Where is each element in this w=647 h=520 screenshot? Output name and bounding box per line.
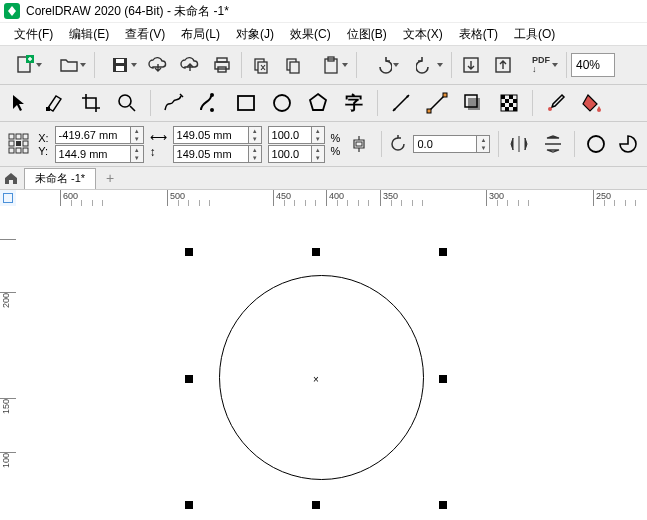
mirror-h-button[interactable] xyxy=(507,130,533,158)
cloud-save-button[interactable] xyxy=(175,50,205,80)
scale-x-input[interactable]: 100.0 xyxy=(268,126,312,144)
selection-handle[interactable] xyxy=(439,248,447,256)
publish-pdf-button[interactable]: PDF↓ xyxy=(520,50,562,80)
y-input[interactable]: 144.9 mm xyxy=(55,145,131,163)
ruler-vertical[interactable]: 20015010050 xyxy=(0,206,17,520)
svg-rect-3 xyxy=(116,59,124,63)
lock-ratio-button[interactable] xyxy=(346,130,372,158)
svg-point-35 xyxy=(548,107,552,111)
menu-effect[interactable]: 效果(C) xyxy=(284,24,337,45)
artistic-media-tool[interactable] xyxy=(195,89,225,117)
svg-rect-4 xyxy=(116,66,124,71)
open-button[interactable] xyxy=(48,50,90,80)
w-spin[interactable]: ▲▼ xyxy=(249,126,262,144)
svg-rect-42 xyxy=(9,148,14,153)
selection-handle[interactable] xyxy=(312,248,320,256)
home-tab-icon[interactable] xyxy=(0,167,22,189)
object-origin-icon[interactable] xyxy=(6,130,32,158)
selection-handle[interactable] xyxy=(185,248,193,256)
app-icon xyxy=(4,3,20,19)
toolbox: 字 xyxy=(0,85,647,122)
separator xyxy=(566,52,567,78)
fill-tool[interactable] xyxy=(577,89,607,117)
svg-rect-11 xyxy=(290,62,299,73)
sx-spin[interactable]: ▲▼ xyxy=(312,126,325,144)
menu-edit[interactable]: 编辑(E) xyxy=(63,24,115,45)
new-button[interactable] xyxy=(4,50,46,80)
drop-shadow-tool[interactable] xyxy=(458,89,488,117)
menu-object[interactable]: 对象(J) xyxy=(230,24,280,45)
y-spin[interactable]: ▲▼ xyxy=(131,145,144,163)
zoom-level[interactable]: 40% xyxy=(571,53,615,77)
svg-point-46 xyxy=(588,136,604,152)
document-tab-label: 未命名 -1* xyxy=(35,171,85,186)
eyedropper-tool[interactable] xyxy=(541,89,571,117)
menu-bitmap[interactable]: 位图(B) xyxy=(341,24,393,45)
selection-handle[interactable] xyxy=(185,501,193,509)
save-button[interactable] xyxy=(99,50,141,80)
menu-text[interactable]: 文本(X) xyxy=(397,24,449,45)
workspace: 600500450400350300250 20015010050 × xyxy=(0,190,647,520)
paste-button[interactable] xyxy=(310,50,352,80)
ruler-origin[interactable] xyxy=(0,190,17,207)
svg-rect-31 xyxy=(501,103,505,107)
menu-view[interactable]: 查看(V) xyxy=(119,24,171,45)
ellipse-tool[interactable] xyxy=(267,89,297,117)
selection-handle[interactable] xyxy=(185,375,193,383)
mirror-v-button[interactable] xyxy=(540,130,566,158)
rotation-input[interactable]: 0.0 xyxy=(413,135,477,153)
menu-layout[interactable]: 布局(L) xyxy=(175,24,226,45)
add-tab-button[interactable]: + xyxy=(100,168,120,188)
selection-handle[interactable] xyxy=(439,375,447,383)
rot-spin[interactable]: ▲▼ xyxy=(477,135,490,153)
redo-button[interactable] xyxy=(405,50,447,80)
connector-tool[interactable] xyxy=(422,89,452,117)
export-button[interactable] xyxy=(488,50,518,80)
import-button[interactable] xyxy=(456,50,486,80)
zoom-tool[interactable] xyxy=(112,89,142,117)
separator xyxy=(451,52,452,78)
menu-tools[interactable]: 工具(O) xyxy=(508,24,561,45)
svg-rect-23 xyxy=(443,93,447,97)
height-input[interactable]: 149.05 mm xyxy=(173,145,249,163)
document-tab[interactable]: 未命名 -1* xyxy=(24,168,96,189)
scale-y-input[interactable]: 100.0 xyxy=(268,145,312,163)
transparency-tool[interactable] xyxy=(494,89,524,117)
separator xyxy=(241,52,242,78)
pie-shape-button[interactable] xyxy=(615,130,641,158)
selection-center-icon[interactable]: × xyxy=(313,373,319,384)
svg-rect-30 xyxy=(513,99,517,103)
svg-rect-45 xyxy=(356,142,362,146)
width-input[interactable]: 149.05 mm xyxy=(173,126,249,144)
drawing-canvas[interactable]: × xyxy=(16,206,647,520)
text-tool[interactable]: 字 xyxy=(339,89,369,117)
shape-tool[interactable] xyxy=(40,89,70,117)
svg-rect-27 xyxy=(501,95,505,99)
crop-tool[interactable] xyxy=(76,89,106,117)
x-spin[interactable]: ▲▼ xyxy=(131,126,144,144)
h-spin[interactable]: ▲▼ xyxy=(249,145,262,163)
freehand-tool[interactable] xyxy=(159,89,189,117)
selection-handle[interactable] xyxy=(312,501,320,509)
polygon-tool[interactable] xyxy=(303,89,333,117)
cloud-open-button[interactable] xyxy=(143,50,173,80)
copy-button[interactable] xyxy=(278,50,308,80)
menu-table[interactable]: 表格(T) xyxy=(453,24,504,45)
ellipse-shape-button[interactable] xyxy=(583,130,609,158)
titlebar: CorelDRAW 2020 (64-Bit) - 未命名 -1* xyxy=(0,0,647,23)
print-button[interactable] xyxy=(207,50,237,80)
sy-spin[interactable]: ▲▼ xyxy=(312,145,325,163)
ruler-horizontal[interactable]: 600500450400350300250 xyxy=(16,190,647,207)
cut-button[interactable] xyxy=(246,50,276,80)
separator xyxy=(574,131,575,157)
undo-button[interactable] xyxy=(361,50,403,80)
x-input[interactable]: -419.67 mm xyxy=(55,126,131,144)
ellipse-object[interactable] xyxy=(219,275,424,480)
window-title: CorelDRAW 2020 (64-Bit) - 未命名 -1* xyxy=(26,3,229,20)
menu-file[interactable]: 文件(F) xyxy=(8,24,59,45)
rectangle-tool[interactable] xyxy=(231,89,261,117)
pick-tool[interactable] xyxy=(4,89,34,117)
dimension-tool[interactable] xyxy=(386,89,416,117)
selection-handle[interactable] xyxy=(439,501,447,509)
property-bar: X: Y: -419.67 mm▲▼ 144.9 mm▲▼ ⟷ ↕ 149.05… xyxy=(0,122,647,167)
